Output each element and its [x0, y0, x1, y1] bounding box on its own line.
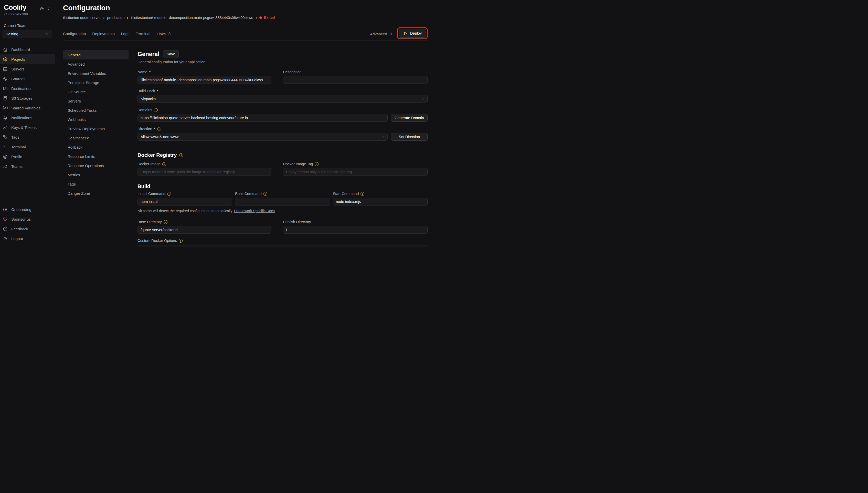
- sidebar-item-sources[interactable]: Sources: [0, 74, 55, 84]
- tabs: ConfigurationDeploymentsLogsTerminalLink…: [63, 31, 172, 36]
- breadcrumb-separator-icon: [255, 15, 257, 20]
- set-direction-button[interactable]: Set Direction: [391, 133, 428, 141]
- sidebar-item-notifications[interactable]: Notifications: [0, 113, 55, 123]
- description-label: Description: [283, 70, 428, 74]
- sidebar-item-label: Feedback: [11, 227, 28, 231]
- sidebar-item-tags[interactable]: Tags: [0, 132, 55, 142]
- sidebar-item-logout[interactable]: Logout: [0, 234, 55, 243]
- subnav-item-resource-limits[interactable]: Resource Limits: [63, 152, 129, 161]
- subnav-item-metrics[interactable]: Metrics: [63, 170, 129, 179]
- sidebar-item-projects[interactable]: Projects: [0, 54, 55, 64]
- tab-links-dropdown[interactable]: Links: [157, 31, 172, 36]
- docker-image-tag-label: Docker Image Tag: [283, 162, 428, 166]
- subnav-item-git-source[interactable]: Git Source: [63, 87, 129, 97]
- breadcrumb-separator-icon: [127, 15, 128, 20]
- sidebar-item-label: Notifications: [11, 115, 32, 120]
- tab-logs[interactable]: Logs: [121, 31, 130, 36]
- chevron-down-icon: [45, 32, 49, 36]
- subnav-item-preview-deployments[interactable]: Preview Deployments: [63, 124, 129, 133]
- sidebar-item-label: Keys & Tokens: [11, 125, 37, 130]
- docker-image-tag-input[interactable]: [283, 168, 428, 176]
- sidebar-item-onboarding[interactable]: Onboarding: [0, 205, 55, 214]
- play-icon: [403, 31, 408, 36]
- tab-bar: ConfigurationDeploymentsLogsTerminalLink…: [63, 27, 428, 41]
- direction-select[interactable]: Allow www & non-www.: [137, 133, 388, 141]
- tab-deployments[interactable]: Deployments: [92, 31, 115, 36]
- build-pack-select[interactable]: Nixpacks: [137, 95, 428, 103]
- base-directory-input[interactable]: [137, 226, 271, 234]
- info-icon: [315, 162, 319, 166]
- sidebar-item-dashboard[interactable]: Dashboard: [0, 45, 55, 54]
- subnav-item-webhooks[interactable]: Webhooks: [63, 115, 129, 124]
- direction-label: Direction: [137, 127, 388, 131]
- subnav-item-general[interactable]: General: [63, 50, 129, 60]
- breadcrumb: illicitonion quote server production ill…: [63, 15, 428, 20]
- info-icon: [154, 108, 158, 112]
- sidebar-item-terminal[interactable]: >_Terminal: [0, 142, 55, 152]
- sidebar-item-destinations[interactable]: Destinations: [0, 84, 55, 93]
- subnav-item-healthcheck[interactable]: Healthcheck: [63, 133, 129, 143]
- info-icon: [361, 192, 364, 196]
- subnav-item-advanced[interactable]: Advanced: [63, 60, 129, 69]
- team-select-value: Hosting: [6, 32, 18, 36]
- subnav-item-rollback[interactable]: Rollback: [63, 143, 129, 152]
- direction-value: Allow www & non-www.: [141, 135, 180, 139]
- user-icon: [3, 154, 8, 159]
- domains-input[interactable]: [137, 114, 388, 122]
- info-icon: [167, 192, 171, 196]
- server-icon: [3, 67, 8, 71]
- subnav-item-servers[interactable]: Servers: [63, 97, 129, 106]
- sidebar-item-label: Sponsor us: [11, 217, 31, 221]
- custom-docker-options-input[interactable]: [137, 245, 428, 246]
- start-command-label: Start Command: [333, 191, 428, 196]
- subnav-item-danger-zone[interactable]: Danger Zone: [63, 189, 129, 198]
- deploy-button[interactable]: Deploy: [399, 29, 426, 38]
- sidebar-item-sponsor-us[interactable]: Sponsor us: [0, 214, 55, 224]
- install-command-label: Install Command: [137, 191, 232, 196]
- install-command-input[interactable]: [137, 198, 232, 206]
- database-icon: [3, 96, 8, 101]
- app-version: v4.0.0-beta.399: [3, 12, 52, 16]
- breadcrumb-project[interactable]: illicitonion quote server: [63, 16, 101, 20]
- save-button[interactable]: Save: [163, 50, 179, 58]
- theme-sun-icon[interactable]: [40, 6, 44, 11]
- terminal-icon: >_: [3, 145, 8, 149]
- info-icon: [164, 220, 167, 224]
- sidebar-item-teams[interactable]: Teams: [0, 162, 55, 171]
- subnav-item-resource-operations[interactable]: Resource Operations: [63, 161, 129, 170]
- subnav-item-scheduled-tasks[interactable]: Scheduled Tasks: [63, 106, 129, 115]
- subnav-item-environment-variables[interactable]: Environment Variables: [63, 69, 129, 78]
- framework-docs-link[interactable]: Framework Specific Docs: [234, 209, 275, 213]
- theme-updown-icon[interactable]: [46, 6, 51, 11]
- generate-domain-button[interactable]: Generate Domain: [391, 114, 428, 122]
- tab-terminal[interactable]: Terminal: [136, 31, 150, 36]
- sidebar-item-keys-tokens[interactable]: Keys & Tokens: [0, 123, 55, 132]
- name-input[interactable]: [137, 76, 271, 84]
- docker-image-input[interactable]: [137, 168, 271, 176]
- breadcrumb-environment[interactable]: production: [107, 16, 125, 20]
- app-logo: Coolify: [4, 4, 26, 12]
- sidebar-item-label: Projects: [11, 57, 25, 62]
- required-asterisk: [149, 70, 151, 74]
- domains-label: Domains: [137, 108, 388, 112]
- sidebar-item-label: S3 Storages: [11, 96, 32, 101]
- sidebar-item-servers[interactable]: Servers: [0, 64, 55, 74]
- start-command-input[interactable]: [333, 198, 428, 206]
- subnav-item-tags[interactable]: Tags: [63, 179, 129, 189]
- subnav-item-persistent-storage[interactable]: Persistent Storage: [63, 78, 129, 87]
- advanced-dropdown[interactable]: Advanced: [370, 31, 393, 36]
- team-select[interactable]: Hosting: [3, 30, 52, 38]
- status-dot-icon: [259, 16, 262, 19]
- sidebar-item-label: Profile: [11, 154, 22, 159]
- breadcrumb-application[interactable]: illicitestonion/-module--decomposition:m…: [131, 16, 253, 20]
- description-input[interactable]: [283, 76, 428, 84]
- tab-configuration[interactable]: Configuration: [63, 31, 86, 36]
- sidebar-item-s3-storages[interactable]: S3 Storages: [0, 93, 55, 103]
- info-icon: [162, 162, 166, 166]
- sidebar-item-feedback[interactable]: Feedback: [0, 224, 55, 234]
- sidebar-item-label: Sources: [11, 77, 25, 81]
- sidebar-item-profile[interactable]: Profile: [0, 152, 55, 162]
- sidebar-item-shared-variables[interactable]: (x)Shared Variables: [0, 103, 55, 113]
- publish-directory-input[interactable]: [283, 226, 428, 234]
- build-command-input[interactable]: [235, 198, 330, 206]
